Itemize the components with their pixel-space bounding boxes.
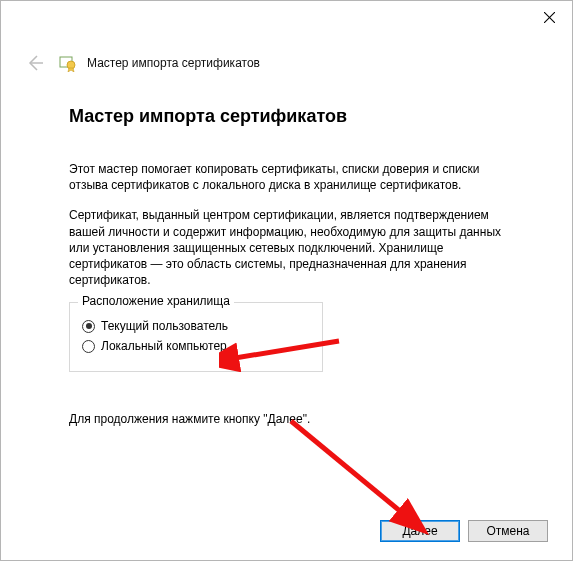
page-title: Мастер импорта сертификатов [69, 106, 517, 127]
wizard-header: Мастер импорта сертификатов [21, 51, 552, 75]
annotation-arrow-2 [281, 416, 431, 536]
back-arrow-icon [25, 53, 45, 73]
cancel-button-label: Отмена [486, 524, 529, 538]
next-button[interactable]: Далее [380, 520, 460, 542]
next-button-label: Далее [402, 524, 437, 538]
close-button[interactable] [526, 1, 572, 33]
button-bar: Далее Отмена [1, 520, 572, 542]
radio-current-user[interactable]: Текущий пользователь [82, 319, 310, 333]
header-title: Мастер импорта сертификатов [87, 56, 260, 70]
radio-local-machine[interactable]: Локальный компьютер [82, 339, 310, 353]
radio-icon [82, 320, 95, 333]
radio-icon [82, 340, 95, 353]
titlebar [1, 1, 572, 37]
store-location-group: Расположение хранилища Текущий пользоват… [69, 302, 323, 372]
store-location-legend: Расположение хранилища [78, 294, 234, 308]
radio-local-machine-label: Локальный компьютер [101, 339, 227, 353]
wizard-content: Мастер импорта сертификатов Этот мастер … [69, 106, 517, 426]
svg-line-6 [291, 421, 406, 516]
close-icon [544, 12, 555, 23]
certificate-wizard-icon [59, 54, 77, 72]
back-button[interactable] [21, 49, 49, 77]
intro-paragraph-2: Сертификат, выданный центром сертификаци… [69, 207, 517, 288]
intro-paragraph-1: Этот мастер помогает копировать сертифик… [69, 161, 517, 193]
continue-note: Для продолжения нажмите кнопку "Далее". [69, 412, 517, 426]
wizard-window: Мастер импорта сертификатов Мастер импор… [0, 0, 573, 561]
radio-current-user-label: Текущий пользователь [101, 319, 228, 333]
cancel-button[interactable]: Отмена [468, 520, 548, 542]
